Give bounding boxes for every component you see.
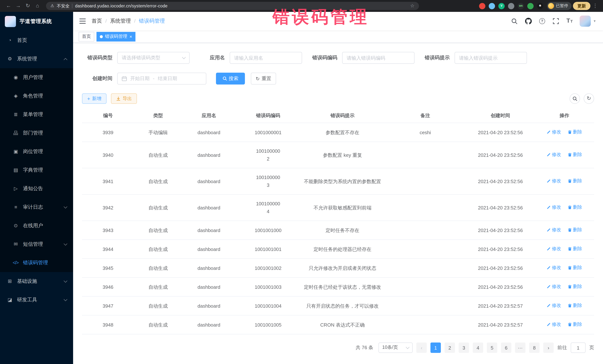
edit-link[interactable]: 修改 <box>547 283 561 291</box>
sidebar-item[interactable]: ◉ 用户管理 <box>0 68 73 87</box>
export-button[interactable]: 导出 <box>111 93 137 104</box>
header-search-icon[interactable] <box>511 17 518 25</box>
delete-link[interactable]: 删除 <box>568 177 582 185</box>
toggle-search-button[interactable] <box>570 93 580 104</box>
edit-link[interactable]: 修改 <box>547 177 561 185</box>
goto-page-input[interactable] <box>571 343 586 353</box>
fullscreen-icon[interactable] <box>552 17 560 25</box>
edit-link[interactable]: 修改 <box>547 245 561 253</box>
view-tab[interactable]: 首页 <box>79 32 94 41</box>
extension-icon[interactable] <box>508 3 514 9</box>
extension-icon[interactable]: on <box>518 3 524 9</box>
sidebar-item[interactable]: </> 错误码管理 <box>0 254 73 272</box>
delete-label: 删除 <box>573 128 582 136</box>
delete-link[interactable]: 删除 <box>568 264 582 272</box>
add-button[interactable]: + 新增 <box>82 93 106 104</box>
font-size-icon[interactable]: T T <box>566 17 573 25</box>
extension-icon[interactable] <box>489 3 495 9</box>
browser-menu-icon[interactable]: ⋮ <box>592 3 599 9</box>
page-button[interactable]: 4 <box>473 343 483 353</box>
browser-home-icon[interactable]: ⌂ <box>33 3 42 9</box>
bookmark-star-icon[interactable]: ☆ <box>410 3 415 9</box>
delete-link[interactable]: 删除 <box>568 245 582 253</box>
start-date-placeholder: 开始日期 <box>130 76 150 82</box>
browser-profile-badge[interactable]: 已暂停 <box>547 2 571 10</box>
sidebar-item[interactable]: ◪ 研发工具 <box>0 291 73 309</box>
edit-link[interactable]: 修改 <box>547 151 561 159</box>
app-logo[interactable]: 芋道管理系统 <box>0 12 73 31</box>
delete-link[interactable]: 删除 <box>568 226 582 234</box>
sidebar-item[interactable]: ◔ 首页 <box>0 31 73 50</box>
sidebar-item[interactable]: ▷ 通知公告 <box>0 179 73 198</box>
edit-link[interactable]: 修改 <box>547 204 561 211</box>
edit-pencil-icon <box>547 228 551 232</box>
refresh-button[interactable]: ↻ <box>584 93 594 104</box>
sidebar-toggle-icon[interactable] <box>73 12 92 30</box>
trash-icon <box>568 285 572 289</box>
sidebar-item[interactable]: ▣ 岗位管理 <box>0 142 73 161</box>
avatar-caret-icon[interactable]: ▾ <box>594 19 596 23</box>
browser-update-button[interactable]: 更新 <box>573 2 590 10</box>
page-button[interactable]: 2 <box>445 343 455 353</box>
reset-button[interactable]: ↻ 重置 <box>251 73 276 85</box>
address-bar[interactable]: ⚠ 不安全 dashboard.yudao.iocoder.cn/system/… <box>46 2 419 10</box>
delete-link[interactable]: 删除 <box>568 128 582 136</box>
github-icon[interactable] <box>525 17 532 25</box>
page-button[interactable]: ··· <box>515 343 525 353</box>
delete-link[interactable]: 删除 <box>568 302 582 310</box>
search-button[interactable]: 搜索 <box>216 73 245 85</box>
menu-list-icon: ≣ <box>12 111 19 118</box>
browser-toolbar: ← → ↻ ⌂ ⚠ 不安全 dashboard.yudao.iocoder.cn… <box>0 0 603 12</box>
sidebar-item[interactable]: ≡ 审计日志 <box>0 198 73 217</box>
sidebar-item[interactable]: ✉ 短信管理 <box>0 235 73 254</box>
page-button[interactable]: 3 <box>459 343 469 353</box>
code-input[interactable] <box>342 52 415 64</box>
column-header-time: 创建时间 <box>466 109 535 123</box>
edit-link[interactable]: 修改 <box>547 302 561 310</box>
type-select[interactable]: 请选择错误码类型 <box>117 52 190 64</box>
extension-icon[interactable]: V <box>498 3 505 9</box>
sidebar-item[interactable]: ⊞ 基础设施 <box>0 272 73 291</box>
page-size-select[interactable]: 10条/页 <box>379 343 413 353</box>
page-button[interactable]: 8 <box>529 343 540 353</box>
page-button[interactable]: 5 <box>487 343 497 353</box>
delete-link[interactable]: 删除 <box>568 283 582 291</box>
tab-close-icon[interactable]: × <box>129 34 132 39</box>
edit-link[interactable]: 修改 <box>547 226 561 234</box>
extension-icon[interactable] <box>527 3 533 9</box>
table-row: 3939 手动编辑 dashboard 1001000001 参数配置不存在 c… <box>82 123 594 142</box>
cell-actions: 修改 删除 <box>535 240 594 259</box>
sidebar-item[interactable]: ≣ 菜单管理 <box>0 105 73 124</box>
edit-link[interactable]: 修改 <box>547 128 561 136</box>
breadcrumb-system[interactable]: 系统管理 <box>110 18 131 24</box>
browser-back-icon[interactable]: ← <box>4 3 13 9</box>
breadcrumb-home[interactable]: 首页 <box>92 18 102 24</box>
prev-page-button[interactable]: ‹ <box>416 343 427 353</box>
delete-link[interactable]: 删除 <box>568 204 582 211</box>
code-value: 1001000002 <box>255 147 281 163</box>
page-button[interactable]: 1 <box>430 343 441 353</box>
tip-input[interactable] <box>454 52 527 64</box>
cell-code: 1001000001 <box>236 123 301 142</box>
delete-link[interactable]: 删除 <box>568 151 582 159</box>
app-input[interactable] <box>230 52 302 64</box>
page-button[interactable]: 6 <box>501 343 511 353</box>
edit-link[interactable]: 修改 <box>547 321 561 329</box>
sidebar-item[interactable]: ⚙ 系统管理 <box>0 50 73 68</box>
edit-link[interactable]: 修改 <box>547 264 561 272</box>
sidebar-item[interactable]: ⊙ 在线用户 <box>0 217 73 235</box>
browser-reload-icon[interactable]: ↻ <box>24 3 32 9</box>
extension-icon[interactable] <box>479 3 485 9</box>
sidebar-item[interactable]: ▤ 字典管理 <box>0 161 73 179</box>
sidebar-item[interactable]: 品 部门管理 <box>0 124 73 142</box>
next-page-button[interactable]: › <box>543 343 554 353</box>
browser-forward-icon[interactable]: → <box>14 3 22 9</box>
sidebar-item[interactable]: ◈ 角色管理 <box>0 87 73 105</box>
date-range-picker[interactable]: 开始日期 - 结束日期 <box>117 73 206 85</box>
edit-label: 修改 <box>552 128 561 136</box>
help-icon[interactable]: ? <box>538 17 546 25</box>
delete-link[interactable]: 删除 <box>568 321 582 329</box>
view-tab[interactable]: 错误码管理 × <box>96 32 135 41</box>
extension-icon[interactable]: ✱ <box>537 3 543 9</box>
user-avatar[interactable] <box>580 16 591 27</box>
